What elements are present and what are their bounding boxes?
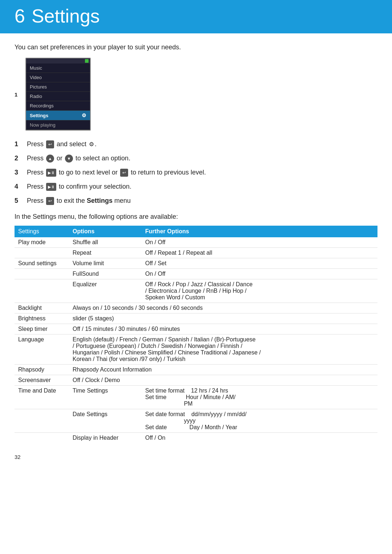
setting-cell: Sound settings (15, 258, 69, 269)
th-options: Options (69, 226, 142, 237)
further-cell: Off / Repeat 1 / Repeat all (142, 248, 377, 258)
option-cell: Always on / 10 seconds / 30 seconds / 60… (69, 303, 377, 313)
down-icon: ▼ (65, 155, 73, 163)
step-2: 2 Press ▲ or ▼ to select an option. (15, 153, 377, 163)
further-cell: On / Off (142, 237, 377, 248)
table-row: Date Settings Set date format dd/mm/yyyy… (15, 409, 377, 433)
setting-cell (15, 279, 69, 303)
step-2-number: 2 (15, 155, 22, 162)
setting-cell: Rhapsody (15, 365, 69, 375)
setting-cell: Language (15, 335, 69, 365)
setting-cell: Time and Date (15, 386, 69, 409)
setting-cell (15, 248, 69, 258)
further-cell: Off / On (142, 433, 377, 443)
table-row: Time and Date Time Settings Set time for… (15, 386, 377, 409)
setting-cell: Play mode (15, 237, 69, 248)
step-5: 5 Press ↩ to exit the Settings menu (15, 196, 377, 206)
step-5-number: 5 (15, 197, 22, 205)
device-indicator (85, 59, 89, 63)
up-icon: ▲ (46, 155, 54, 163)
option-cell: Off / 15 minutes / 30 minutes / 60 minut… (69, 324, 377, 335)
table-row: Backlight Always on / 10 seconds / 30 se… (15, 303, 377, 313)
device-container: 1 Music Video Pictures Radio Recordings … (15, 58, 377, 131)
header-title: Settings (32, 7, 100, 25)
table-row: Sound settings Volume limit Off / Set (15, 258, 377, 269)
table-row: Screensaver Off / Clock / Demo (15, 375, 377, 386)
option-cell: FullSound (69, 269, 142, 279)
step-1-text: Press ↩ and select ⚙. (27, 139, 97, 149)
step-4-text: Press ▶⏸ to confirm your selection. (27, 182, 131, 192)
step-2-text: Press ▲ or ▼ to select an option. (27, 153, 130, 163)
option-cell: Date Settings (69, 409, 142, 433)
step-1-number: 1 (15, 140, 22, 148)
table-row: Repeat Off / Repeat 1 / Repeat all (15, 248, 377, 258)
play-pause-icon-3: ▶⏸ (46, 169, 56, 177)
menu-item-settings: Settings ⚙ (26, 111, 90, 120)
further-cell: Set time format 12 hrs / 24 hrsSet time … (142, 386, 377, 409)
option-cell: Time Settings (69, 386, 142, 409)
menu-item-nowplaying: Now playing (26, 120, 90, 130)
option-cell: Off / Clock / Demo (69, 375, 377, 386)
page-number: 32 (15, 454, 377, 460)
table-row: Display in Header Off / On (15, 433, 377, 443)
setting-cell: Backlight (15, 303, 69, 313)
table-row: FullSound On / Off (15, 269, 377, 279)
further-cell: On / Off (142, 269, 377, 279)
further-cell: Off / Set (142, 258, 377, 269)
header-banner: 6 Settings (0, 0, 392, 33)
steps-list: 1 Press ↩ and select ⚙. 2 Press ▲ or ▼ t… (15, 139, 377, 206)
table-row: Language English (default) / French / Ge… (15, 335, 377, 365)
intro-text: You can set preferences in your player t… (15, 44, 377, 51)
step-5-text: Press ↩ to exit the Settings menu (27, 196, 131, 206)
further-cell: Off / Rock / Pop / Jazz / Classical / Da… (142, 279, 377, 303)
menu-item-radio: Radio (26, 92, 90, 101)
step-4: 4 Press ▶⏸ to confirm your selection. (15, 182, 377, 192)
step-3: 3 Press ▶⏸ to go to next level or ↩ to r… (15, 168, 377, 177)
header-number: 6 (15, 7, 25, 25)
option-cell: Equalizer (69, 279, 142, 303)
setting-cell (15, 409, 69, 433)
option-cell: Repeat (69, 248, 142, 258)
settings-icon: ⚙ (89, 140, 94, 149)
back-icon-5: ↩ (46, 197, 54, 205)
table-intro: In the Settings menu, the following opti… (15, 213, 377, 221)
setting-cell: Sleep timer (15, 324, 69, 335)
table-row: Equalizer Off / Rock / Pop / Jazz / Clas… (15, 279, 377, 303)
further-cell: Set date format dd/mm/yyyy / mm/dd/ yyyy… (142, 409, 377, 433)
option-cell: Shuffle all (69, 237, 142, 248)
table-row: Rhapsody Rhapsody Account Information (15, 365, 377, 375)
option-cell: slider (5 stages) (69, 313, 377, 324)
table-row: Sleep timer Off / 15 minutes / 30 minute… (15, 324, 377, 335)
th-settings: Settings (15, 226, 69, 237)
step-1: 1 Press ↩ and select ⚙. (15, 139, 377, 149)
setting-cell (15, 269, 69, 279)
menu-item-pictures: Pictures (26, 82, 90, 92)
back-icon: ↩ (46, 140, 54, 148)
th-further: Further Options (142, 226, 377, 237)
menu-item-music: Music (26, 63, 90, 73)
table-row: Brightness slider (5 stages) (15, 313, 377, 324)
option-cell: Rhapsody Account Information (69, 365, 377, 375)
option-cell: English (default) / French / German / Sp… (69, 335, 377, 365)
step-4-number: 4 (15, 183, 22, 190)
step-3-number: 3 (15, 169, 22, 176)
device-screen: Music Video Pictures Radio Recordings Se… (25, 58, 91, 131)
setting-cell: Screensaver (15, 375, 69, 386)
play-pause-icon-4: ▶⏸ (46, 183, 56, 191)
step-3-text: Press ▶⏸ to go to next level or ↩ to ret… (27, 168, 206, 177)
menu-item-recordings: Recordings (26, 101, 90, 111)
setting-cell: Brightness (15, 313, 69, 324)
table-row: Play mode Shuffle all On / Off (15, 237, 377, 248)
back-icon-3: ↩ (120, 169, 128, 177)
setting-cell (15, 433, 69, 443)
option-cell: Display in Header (69, 433, 142, 443)
menu-item-video: Video (26, 73, 90, 82)
option-cell: Volume limit (69, 258, 142, 269)
settings-table: Settings Options Further Options Play mo… (15, 226, 377, 443)
step-label: 1 (15, 91, 17, 97)
